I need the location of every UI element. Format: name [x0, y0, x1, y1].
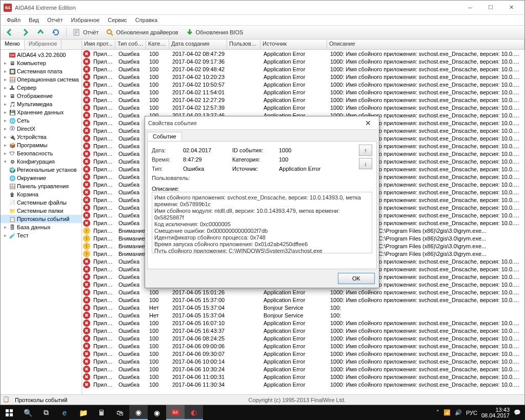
table-row[interactable]: ✖Прилож...Ошибка1002017-04-02 08:47:29Ap… [82, 50, 524, 57]
tab-menu[interactable]: Меню [1, 39, 25, 49]
tree-node[interactable]: ▸🗄База данных [1, 223, 82, 231]
table-row[interactable]: ✖Прилож...Ошибка1002017-04-05 15:37:00Ap… [82, 296, 524, 304]
tree-node[interactable]: ▸🧪Тест [1, 231, 82, 239]
tray-notif-icon[interactable]: 💬 [514, 409, 521, 416]
tray-sound-icon[interactable]: 🔊 [455, 409, 462, 416]
tree-node[interactable]: 🌐Окружение [1, 174, 82, 182]
close-button[interactable]: ✕ [501, 1, 521, 15]
tree-node[interactable]: ▾⚙Конфигурация [1, 157, 82, 166]
table-row[interactable]: ✖Прилож...Ошибка1002017-04-02 09:17:36Ap… [82, 57, 524, 65]
table-row[interactable]: ✖Прилож...Ошибка1002017-04-02 10:20:23Ap… [82, 73, 524, 81]
tree-node[interactable]: ▸🌐Сеть [1, 116, 82, 125]
table-row[interactable]: ✖Прилож...Ошибка1002017-04-06 09:00:06Ap… [82, 342, 524, 350]
table-row[interactable]: ✖Прилож...Ошибка1002017-04-02 11:54:01Ap… [82, 88, 524, 96]
nav-tree[interactable]: 64AIDA64 v3.20.2600▸🖥Компьютер▸🔲Системна… [1, 50, 82, 394]
tree-node[interactable]: 🌍Региональные установ [1, 166, 82, 174]
prev-event-button[interactable]: ↑ [359, 145, 372, 156]
tree-node[interactable]: ▸🔌Устройства [1, 133, 82, 141]
tree-node[interactable]: ▸🛡Безопасность [1, 149, 82, 157]
tray-time[interactable]: 13:43 [481, 407, 510, 413]
nav-up-button[interactable] [33, 27, 48, 38]
tree-node[interactable]: 🗑Корзина [1, 190, 82, 198]
menu-Сервис[interactable]: Сервис [104, 16, 131, 24]
nav-fwd-button[interactable] [18, 27, 32, 38]
table-row[interactable]: ✖Прилож...Ошибка1002017-04-06 11:30:34Ap… [82, 381, 524, 388]
table-row[interactable]: ✖Прилож...Ошибка1002017-04-02 12:27:29Ap… [82, 96, 524, 104]
tree-node[interactable]: ▸ⓍDirectX [1, 125, 82, 133]
ok-button[interactable]: OK [338, 273, 375, 284]
app-icon-red[interactable]: ◐ [185, 405, 203, 420]
calc-icon[interactable]: 🖩 [92, 405, 111, 420]
titlebar[interactable]: 64 AIDA64 Extreme Edition ─ ☐ ✕ [1, 1, 524, 15]
grid-header[interactable]: Имя прот...Тип событ...Катего...Дата соз… [82, 39, 524, 50]
tree-node[interactable]: ▸🖧Сервер [1, 84, 82, 92]
aida64-icon[interactable]: 64 [166, 405, 185, 420]
bios-updates-button[interactable]: Обновления BIOS [183, 27, 247, 38]
next-event-button[interactable]: ↓ [359, 158, 372, 169]
tree-node[interactable]: 📋Протоколы событий [1, 215, 82, 223]
minimize-button[interactable]: ─ [460, 1, 480, 15]
table-row[interactable]: ✖Прилож...Ошибка1002017-04-05 16:43:37Ap… [82, 327, 524, 334]
tray[interactable]: ˄ 📶 🔊 РУС 13:43 08.04.2017 💬 [432, 407, 525, 418]
tray-up-icon[interactable]: ˄ [436, 409, 439, 416]
taskview-icon[interactable]: ⧉ [37, 405, 55, 420]
table-row[interactable]: ✖Прилож...Ошибка1002017-04-06 10:00:14Ap… [82, 357, 524, 365]
start-button[interactable] [0, 405, 18, 420]
menu-Файл[interactable]: Файл [3, 16, 25, 24]
table-row[interactable]: ✖Прилож...Ошибка1002017-04-02 12:57:39Ap… [82, 104, 524, 111]
tray-wifi-icon[interactable]: 📶 [443, 409, 451, 416]
col-header[interactable]: Пользоват... [227, 39, 260, 49]
search-icon[interactable]: 🔍 [18, 405, 37, 420]
dialog-tab-event[interactable]: Событие [147, 132, 182, 141]
event-properties-dialog[interactable]: Свойства события ✕ Событие ↑ ↓ Дата: 02.… [145, 116, 379, 288]
tree-node[interactable]: ▸🖥Компьютер [1, 59, 82, 67]
tray-lang[interactable]: РУС [466, 410, 477, 416]
table-row[interactable]: ✖Прилож...Ошибка1002017-04-02 09:48:42Ap… [82, 65, 524, 73]
dialog-titlebar[interactable]: Свойства события ✕ [145, 116, 379, 130]
menu-Отчёт[interactable]: Отчёт [43, 16, 67, 24]
table-row[interactable]: ✖Прилож...Ошибка1002017-04-06 09:30:07Ap… [82, 350, 524, 357]
tree-node[interactable]: 📁Системные папки [1, 207, 82, 215]
refresh-button[interactable] [49, 27, 63, 38]
report-button[interactable]: Отчёт [70, 27, 102, 38]
chrome-icon[interactable]: ◉ [129, 405, 148, 420]
col-header[interactable]: Описание [327, 39, 524, 49]
edge-icon[interactable]: e [55, 405, 74, 420]
tab-favorites[interactable]: Избранное [25, 39, 62, 49]
col-header[interactable]: Источник [260, 39, 327, 49]
taskbar[interactable]: 🔍 ⧉ e 📁 🖩 🛍 ◉ ◉ 64 ◐ ˄ 📶 🔊 РУС 13:43 08.… [0, 405, 525, 420]
col-header[interactable]: Имя прот... [82, 39, 115, 49]
table-row[interactable]: ✖Прилож...ОшибкаНет2017-04-05 15:37:04Bo… [82, 304, 524, 311]
col-header[interactable]: Катего... [146, 39, 169, 49]
driver-updates-button[interactable]: Обновления драйверов [103, 27, 181, 38]
tree-node[interactable]: 64AIDA64 v3.20.2600 [1, 51, 82, 59]
tree-node[interactable]: ▸💾Хранение данных [1, 108, 82, 116]
tree-node[interactable]: ▸📦Программы [1, 141, 82, 149]
store-icon[interactable]: 🛍 [111, 405, 129, 420]
tree-node[interactable]: ▸🔲Системная плата [1, 67, 82, 75]
menu-Справка[interactable]: Справка [131, 16, 161, 24]
table-row[interactable]: ✖Прилож...ОшибкаНет2017-04-05 15:37:04Bo… [82, 311, 524, 319]
maximize-button[interactable]: ☐ [480, 1, 501, 15]
table-row[interactable]: ✖Прилож...Ошибка1002017-04-05 15:01:26Ap… [82, 288, 524, 296]
menu-Вид[interactable]: Вид [25, 16, 43, 24]
desc-textarea[interactable]: Имя сбойного приложения: svchost.exe_Dns… [152, 192, 372, 253]
tree-node[interactable]: 📄Системные файлы [1, 198, 82, 207]
tree-node[interactable]: ▸🎵Мультимедиа [1, 100, 82, 108]
table-row[interactable]: ✖Прилож...Ошибка1002017-04-06 11:00:31Ap… [82, 373, 524, 381]
chrome2-icon[interactable]: ◉ [148, 405, 166, 420]
tree-node[interactable]: ▸🪟Операционная система [1, 75, 82, 84]
menu-Избранное[interactable]: Избранное [67, 16, 104, 24]
table-row[interactable]: ✖Прилож...Ошибка1002017-04-05 16:07:10Ap… [82, 319, 524, 327]
explorer-icon[interactable]: 📁 [74, 405, 92, 420]
col-header[interactable]: Дата создания [169, 39, 227, 49]
nav-back-button[interactable] [3, 27, 17, 38]
col-header[interactable]: Тип событ... [115, 39, 146, 49]
dialog-close-button[interactable]: ✕ [360, 119, 376, 127]
table-row[interactable]: ✖Прилож...Ошибка1002017-04-06 10:30:24Ap… [82, 365, 524, 373]
tree-node[interactable]: 🪟Панель управления [1, 182, 82, 190]
table-row[interactable]: ✖Прилож...Ошибка1002017-04-02 10:50:57Ap… [82, 81, 524, 88]
tree-node[interactable]: ▸🖥Отображение [1, 92, 82, 100]
tray-date[interactable]: 08.04.2017 [481, 413, 510, 418]
table-row[interactable]: ✖Прилож...Ошибка1002017-04-06 08:24:25Ap… [82, 334, 524, 342]
